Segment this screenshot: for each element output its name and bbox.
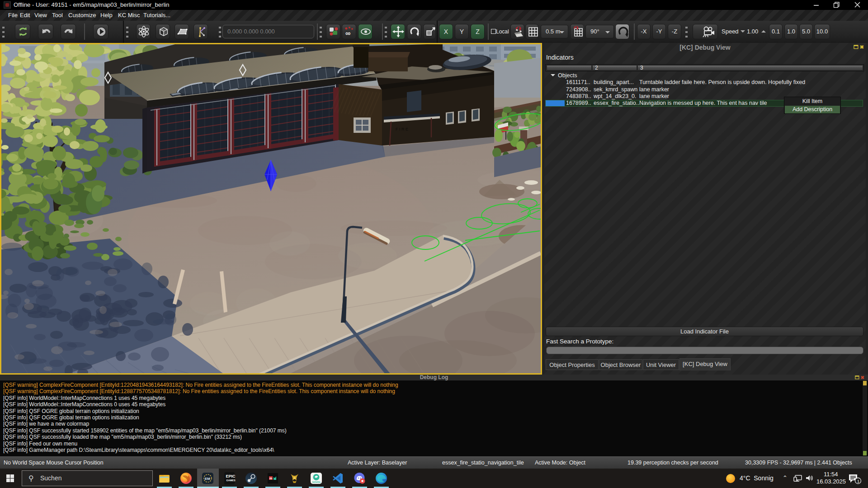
svg-text:1: 1	[857, 479, 859, 483]
svg-text:EM: EM	[205, 477, 210, 481]
svg-text:m: m	[269, 477, 272, 480]
svg-text:GAMES: GAMES	[226, 479, 236, 482]
svg-text:SOVOL: SOVOL	[312, 481, 321, 483]
svg-text:EPIC: EPIC	[226, 474, 236, 479]
svg-text:∞: ∞	[345, 29, 350, 37]
